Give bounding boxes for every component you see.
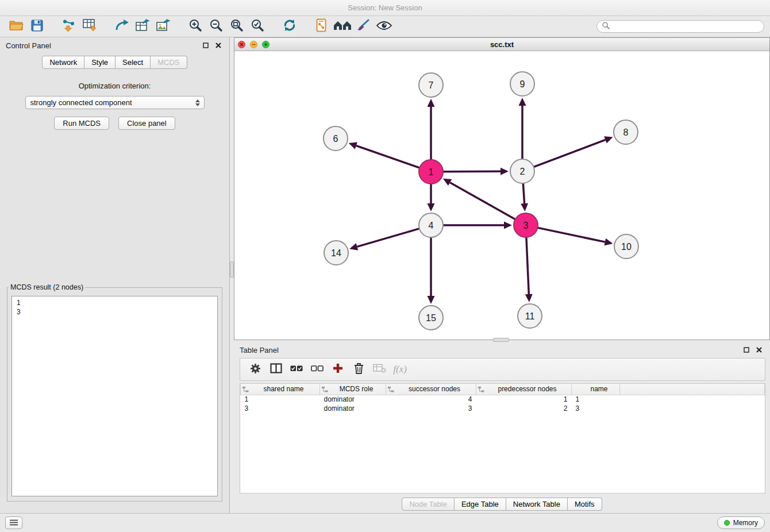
zoom-out-button[interactable] — [206, 18, 226, 35]
control-panel-title: Control Panel — [6, 41, 51, 50]
select-all-columns-button[interactable] — [286, 360, 307, 379]
graph-edge[interactable] — [357, 229, 419, 247]
show-hide-button[interactable] — [374, 18, 394, 35]
column-header-shared-name[interactable]: shared name — [241, 384, 320, 395]
delete-table-button[interactable] — [369, 360, 390, 379]
export-image-button[interactable] — [153, 18, 174, 35]
zoom-in-button[interactable] — [185, 18, 206, 35]
graph-edge[interactable] — [523, 183, 524, 203]
import-table-button[interactable] — [79, 18, 100, 35]
tab-node-table[interactable]: Node Table — [402, 498, 455, 511]
tab-edge-table[interactable]: Edge Table — [455, 498, 506, 511]
search-box[interactable] — [596, 20, 764, 33]
run-mcds-button[interactable]: Run MCDS — [54, 117, 109, 130]
status-bar: Memory — [0, 513, 770, 532]
function-builder-button[interactable]: f(x) — [390, 360, 410, 379]
graph-node-label: 7 — [429, 80, 434, 90]
cell-shared-name[interactable]: 3 — [241, 404, 320, 413]
table-settings-button[interactable] — [245, 360, 265, 379]
tab-network[interactable]: Network — [42, 56, 84, 69]
tab-style[interactable]: Style — [84, 56, 116, 69]
memory-button[interactable]: Memory — [717, 516, 765, 529]
export-network-icon — [115, 20, 129, 34]
zoom-in-icon — [188, 18, 202, 34]
cell-name[interactable]: 3 — [572, 404, 620, 413]
vertical-splitter-handle[interactable] — [230, 261, 234, 277]
cell-successor-nodes[interactable]: 4 — [386, 395, 476, 404]
graph-edge[interactable] — [538, 228, 605, 242]
import-network-button[interactable] — [59, 18, 79, 35]
deselect-all-columns-button[interactable] — [307, 360, 328, 379]
cell-mcds-role[interactable]: dominator — [320, 404, 386, 413]
tab-mcds[interactable]: MCDS — [151, 56, 187, 69]
column-header-successor-nodes[interactable]: successor nodes — [386, 384, 476, 395]
optimization-criterion-label: Optimization criterion: — [0, 82, 229, 90]
close-panel-icon[interactable] — [754, 345, 764, 354]
home-button[interactable] — [332, 18, 353, 35]
mcds-result-group: MCDS result (2 nodes) 1 3 — [7, 283, 222, 502]
delete-column-button[interactable] — [348, 360, 369, 379]
graph-node-label: 2 — [520, 167, 525, 176]
tab-motifs[interactable]: Motifs — [568, 498, 602, 511]
mcds-result-list[interactable]: 1 3 — [11, 296, 218, 496]
criterion-dropdown[interactable]: strongly connected component — [25, 96, 205, 109]
graph-edge[interactable] — [450, 183, 515, 219]
show-columns-button[interactable] — [265, 360, 286, 379]
table-header-row: shared name MCDS role successor nodes — [241, 384, 765, 395]
zoom-fit-button[interactable] — [226, 18, 247, 35]
zoom-selected-button[interactable] — [247, 18, 268, 35]
style-button[interactable] — [353, 18, 374, 35]
criterion-value: strongly connected component — [30, 98, 132, 107]
float-panel-icon[interactable] — [201, 41, 211, 50]
control-panel: Control Panel Network Style Select MCDS … — [0, 37, 230, 513]
apply-layout-button[interactable] — [279, 18, 300, 35]
column-header-predecessor-nodes[interactable]: predecessor nodes — [476, 384, 572, 395]
graph-edge[interactable] — [534, 140, 606, 167]
network-canvas[interactable]: 7968124314101511 — [234, 52, 769, 340]
table-row[interactable]: 3 dominator 3 2 3 — [241, 404, 765, 413]
cell-predecessor-nodes[interactable]: 2 — [476, 404, 572, 413]
cell-shared-name[interactable]: 1 — [241, 395, 320, 404]
window-close-icon[interactable] — [238, 41, 245, 48]
table-row[interactable]: 1 dominator 4 1 1 — [241, 395, 765, 404]
close-panel-icon[interactable] — [213, 41, 224, 50]
export-table-button[interactable] — [132, 18, 153, 35]
graph-edge[interactable] — [526, 237, 529, 294]
graph-edge[interactable] — [356, 146, 419, 168]
graph-edge-arrowhead — [500, 168, 509, 175]
tab-network-table[interactable]: Network Table — [506, 498, 568, 511]
task-history-button[interactable] — [5, 516, 22, 529]
cell-mcds-role[interactable]: dominator — [320, 395, 386, 404]
mcds-result-title: MCDS result (2 nodes) — [9, 283, 85, 291]
home-icon — [333, 20, 352, 33]
window-minimize-icon[interactable] — [250, 41, 257, 48]
search-input[interactable] — [613, 22, 759, 30]
save-session-button[interactable] — [26, 18, 47, 35]
network-view-window: scc.txt 7968124314101511 — [234, 37, 770, 340]
window-zoom-icon[interactable] — [262, 41, 270, 48]
cell-predecessor-nodes[interactable]: 1 — [476, 395, 572, 404]
close-panel-button[interactable]: Close panel — [118, 117, 175, 130]
cell-name[interactable]: 1 — [572, 395, 620, 404]
dropdown-arrows-icon — [194, 98, 202, 107]
column-header-name[interactable]: name — [572, 384, 620, 395]
window-titlebar: Session: New Session — [0, 0, 770, 16]
export-network-button[interactable] — [111, 18, 132, 35]
float-panel-icon[interactable] — [741, 345, 752, 354]
horizontal-splitter-handle[interactable] — [493, 338, 509, 342]
zoom-fit-icon — [230, 18, 244, 34]
create-column-button[interactable] — [328, 360, 348, 379]
tab-select[interactable]: Select — [116, 56, 151, 69]
main-toolbar — [0, 16, 770, 37]
export-table-icon — [136, 19, 150, 34]
graph-node-label: 1 — [429, 167, 434, 177]
graph-node-label: 3 — [523, 221, 529, 230]
control-panel-header: Control Panel — [0, 37, 229, 53]
open-file-button[interactable] — [6, 18, 26, 35]
cell-successor-nodes[interactable]: 3 — [386, 404, 476, 413]
graph-edge[interactable] — [443, 171, 500, 172]
network-file-button[interactable] — [311, 18, 332, 35]
refresh-icon — [283, 18, 297, 34]
column-header-mcds-role[interactable]: MCDS role — [320, 384, 386, 395]
graph-edge-arrowhead — [428, 203, 435, 211]
